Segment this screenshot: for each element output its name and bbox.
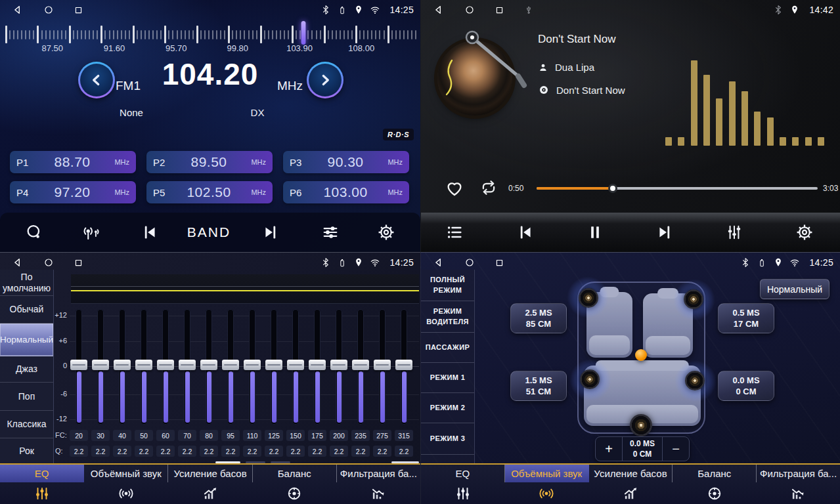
eq-band-5-knob[interactable] [157,360,174,370]
eq-band-15-knob[interactable] [374,360,391,370]
eq-sliders-icon[interactable] [0,482,84,504]
home-icon[interactable] [464,257,475,268]
eq-band-3-knob[interactable] [114,360,131,370]
delay-rear-left-button[interactable]: 1.5 MS 51 CM [510,371,567,401]
eq-band-6-knob[interactable] [179,360,196,370]
seek-bar[interactable] [537,187,818,190]
delay-front-right-button[interactable]: 0.5 MS 17 CM [718,303,774,333]
surround-icon[interactable] [84,482,168,504]
eq-preset-2[interactable]: Обычай [0,296,53,324]
back-icon[interactable] [433,4,445,16]
tune-down-button[interactable] [78,62,115,98]
soundfield-mode-5[interactable]: РЕЖИМ 2 [421,393,474,423]
tune-up-button[interactable] [307,62,343,98]
eq-preset-1[interactable]: По умолчанию [0,270,53,296]
tab-3-label[interactable]: Усиление басов [168,465,252,482]
tab-5-label[interactable]: Фильтрация ба... [757,465,840,482]
preset-button-p3[interactable]: P3 90.30 MHz [283,151,409,173]
next-track-button[interactable] [655,223,674,242]
eq-band-1-knob[interactable] [70,360,87,370]
eq-band-13-knob[interactable] [330,360,347,370]
soundfield-mode-6[interactable]: РЕЖИМ 3 [421,423,474,455]
preset-button-p6[interactable]: P6 103.00 MHz [283,181,409,203]
eq-band-9-knob[interactable] [244,360,261,370]
tab-2-label[interactable]: Объёмный звук [84,465,168,482]
home-icon[interactable] [43,257,54,268]
scan-stations-button[interactable] [25,223,43,242]
eq-band-14-knob[interactable] [352,360,369,370]
tab-5-label[interactable]: Фильтрация ба... [337,465,420,482]
pause-button[interactable] [586,223,604,242]
eq-band-12-knob[interactable] [309,360,326,370]
soundfield-mode-3[interactable]: ПАССАЖИР [421,333,474,363]
next-station-button[interactable] [261,223,280,242]
tab-1-label[interactable]: EQ [0,465,84,482]
dial-tick [403,30,405,39]
recents-icon[interactable] [74,258,83,268]
repeat-button[interactable] [479,178,498,200]
dial-tick [307,30,309,39]
increase-delay-button[interactable]: + [596,437,622,461]
delay-cm: 0 CM [736,387,756,396]
soundfield-mode-1[interactable]: ПОЛНЫЙ РЕЖИМ [421,270,474,301]
eq-band-10-knob[interactable] [265,360,282,370]
eq-band-7-knob[interactable] [200,360,217,370]
bass-filter-icon[interactable] [336,482,420,504]
tab-4-label[interactable]: Баланс [253,465,337,482]
recents-icon[interactable] [495,5,504,15]
home-icon[interactable] [464,5,475,15]
settings-button[interactable] [377,223,395,242]
home-icon[interactable] [43,5,54,15]
preset-button-p5[interactable]: P5 102.50 MHz [146,181,273,203]
soundfield-mode-4[interactable]: РЕЖИМ 1 [421,363,474,393]
back-icon[interactable] [12,257,24,268]
wifi-icon [370,5,380,15]
preset-button-p4[interactable]: P4 97.20 MHz [10,181,136,203]
playlist-button[interactable] [445,223,464,242]
settings-button[interactable] [795,223,814,242]
seek-bar-handle[interactable] [608,184,617,193]
preset-button-p1[interactable]: P1 88.70 MHz [10,151,136,173]
frequency-dial[interactable] [5,24,415,46]
eq-preset-4[interactable]: Джаз [0,356,53,383]
broadcast-button[interactable] [81,222,100,242]
eq-settings-button[interactable] [321,223,340,242]
eq-band-2-knob[interactable] [92,360,109,370]
soundfield-preset-button[interactable]: Нормальный [760,279,829,299]
recents-icon[interactable] [74,5,83,15]
eq-preset-7[interactable]: Рок [0,438,53,464]
recents-icon[interactable] [495,258,504,268]
eq-band-11-knob[interactable] [287,360,304,370]
balance-icon[interactable] [252,482,336,504]
eq-band-4-knob[interactable] [135,360,152,370]
dial-tick [196,26,198,43]
bass-filter-icon[interactable] [756,482,840,504]
eq-band-16-knob[interactable] [395,360,412,370]
band-button[interactable]: BAND [187,224,231,240]
surround-icon[interactable] [505,482,589,504]
eq-band-8-knob[interactable] [222,360,239,370]
bass-boost-icon[interactable] [168,482,252,504]
delay-front-left-button[interactable]: 2.5 MS 85 CM [510,303,567,333]
tab-2-label[interactable]: Объёмный звук [505,465,589,482]
dial-tick [104,30,106,39]
tab-1-label[interactable]: EQ [421,465,505,482]
soundfield-mode-2[interactable]: РЕЖИМ ВОДИТЕЛЯ [421,301,474,333]
rear-left-speaker [580,369,600,389]
delay-rear-right-button[interactable]: 0.0 MS 0 CM [718,371,774,401]
preset-button-p2[interactable]: P2 89.50 MHz [146,151,273,173]
tab-3-label[interactable]: Усиление басов [589,465,673,482]
bass-boost-icon[interactable] [588,482,673,504]
previous-station-button[interactable] [141,223,159,242]
back-icon[interactable] [433,257,445,268]
eq-sliders-icon[interactable] [421,482,505,504]
eq-band-12-fc-value: 175 [308,430,326,441]
previous-track-button[interactable] [516,223,535,242]
tab-4-label[interactable]: Баланс [673,465,757,482]
equalizer-button[interactable] [725,223,743,242]
listening-position-marker[interactable] [635,349,647,361]
balance-icon[interactable] [673,482,757,504]
back-icon[interactable] [12,4,24,16]
favorite-button[interactable] [445,178,464,201]
decrease-delay-button[interactable]: − [663,437,689,461]
